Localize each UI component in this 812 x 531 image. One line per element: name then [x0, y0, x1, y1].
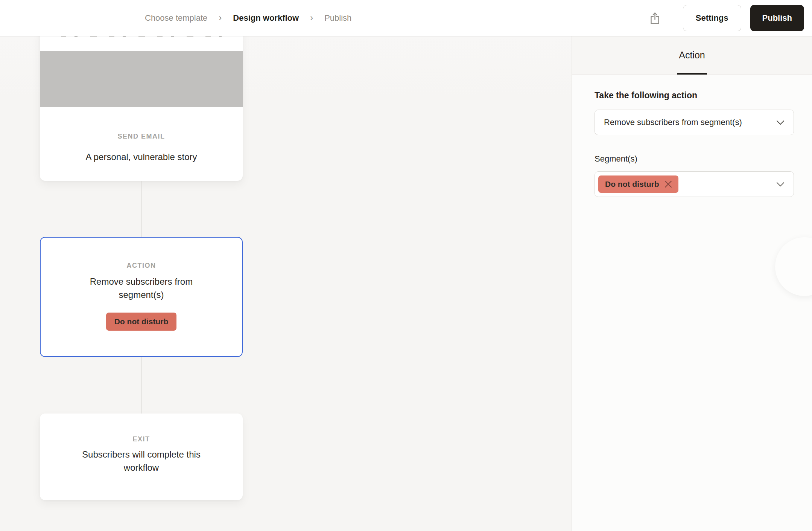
breadcrumb-publish[interactable]: Publish [324, 13, 351, 23]
segment-tag-label: Do not disturb [605, 180, 659, 189]
edge-floating-button[interactable] [775, 237, 812, 296]
email-image-placeholder [40, 51, 243, 107]
action-type-value: Remove subscribers from segment(s) [604, 117, 742, 127]
chevron-down-icon [776, 120, 785, 125]
tab-action[interactable]: Action [677, 36, 706, 74]
node-type-label: EXIT [40, 435, 243, 443]
segment-pill-do-not-disturb: Do not disturb [106, 313, 176, 331]
panel-body: Take the following action Remove subscri… [572, 75, 812, 197]
header-actions: Settings Publish [644, 0, 804, 36]
action-type-select[interactable]: Remove subscribers from segment(s) [595, 110, 794, 135]
workflow-connector [141, 357, 141, 414]
node-type-label: SEND EMAIL [40, 133, 243, 140]
share-export-icon [650, 12, 660, 24]
chevron-down-icon [776, 182, 785, 187]
settings-button[interactable]: Settings [683, 5, 741, 31]
breadcrumb-design-workflow[interactable]: Design workflow [233, 13, 299, 23]
top-bar: Choose template › Design workflow › Publ… [0, 0, 812, 36]
share-button[interactable] [644, 7, 666, 29]
segment-tag-do-not-disturb[interactable]: Do not disturb [598, 175, 678, 193]
publish-button[interactable]: Publish [750, 5, 804, 31]
action-settings-panel: Action Take the following action Remove … [572, 36, 812, 531]
panel-tabstrip: Action [572, 36, 812, 75]
workflow-connector [141, 181, 141, 237]
workflow-node-exit[interactable]: EXIT Subscribers will complete this work… [40, 414, 243, 500]
segments-multiselect[interactable]: Do not disturb [595, 171, 794, 197]
segments-label: Segment(s) [595, 154, 794, 164]
chevron-right-icon: › [219, 12, 222, 23]
node-title: Subscribers will complete this workflow [66, 448, 217, 474]
workflow-canvas[interactable]: SEND EMAIL A personal, vulnerable story … [0, 36, 572, 531]
node-title: A personal, vulnerable story [66, 150, 217, 163]
tab-action-label: Action [679, 50, 705, 61]
main-area: SEND EMAIL A personal, vulnerable story … [0, 36, 812, 531]
breadcrumb: Choose template › Design workflow › Publ… [145, 0, 351, 36]
action-heading: Take the following action [595, 90, 794, 101]
node-type-label: ACTION [41, 262, 242, 270]
workflow-node-action-selected[interactable]: ACTION Remove subscribers from segment(s… [40, 237, 243, 357]
node-title: Remove subscribers from segment(s) [66, 275, 217, 301]
clipped-card-text-edge [61, 36, 222, 37]
remove-segment-icon[interactable] [664, 180, 672, 188]
workflow-node-send-email[interactable]: SEND EMAIL A personal, vulnerable story [40, 36, 243, 181]
active-tab-underline [677, 73, 707, 75]
chevron-right-icon: › [310, 12, 313, 23]
breadcrumb-choose-template[interactable]: Choose template [145, 13, 207, 23]
